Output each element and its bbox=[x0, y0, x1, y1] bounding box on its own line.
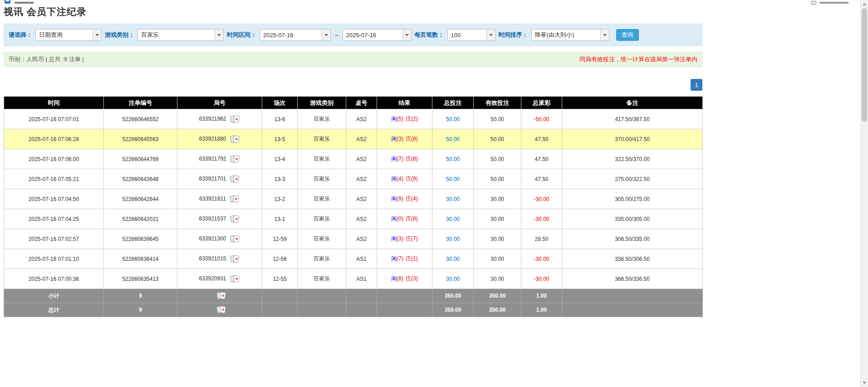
app-icon[interactable] bbox=[5, 0, 10, 4]
scroll-down-icon[interactable] bbox=[863, 382, 866, 384]
round-cell: 633921792 bbox=[177, 149, 262, 169]
payout-cell: -50.00 bbox=[521, 109, 562, 129]
banker-result-label: 庄 bbox=[406, 176, 411, 182]
result-cell: 闲(5)庄(2) bbox=[377, 109, 432, 129]
table-row: 2025-07-16 07:07:01 522660646552 6339219… bbox=[4, 109, 703, 129]
replay-cards-icon[interactable] bbox=[230, 275, 240, 283]
payout-cell: -30.00 bbox=[521, 189, 562, 209]
round-cell: 633921701 bbox=[177, 169, 262, 189]
total-row: 总计 9 350.00 350.00 1.00 bbox=[4, 303, 703, 317]
chevron-down-icon[interactable] bbox=[402, 29, 411, 40]
col-header-time: 时间 bbox=[4, 97, 104, 109]
col-header-game-type: 游戏类别 bbox=[298, 97, 346, 109]
replay-cards-icon[interactable] bbox=[230, 255, 240, 263]
date-from-select[interactable]: 2025-07-16 bbox=[260, 29, 331, 41]
scroll-up-icon[interactable] bbox=[863, 3, 866, 5]
bet-records-table: 时间 注单编号 局号 场次 游戏类别 桌号 结果 总投注 有效投注 总派彩 备注… bbox=[4, 96, 703, 317]
total-bet-cell[interactable]: 50.00 bbox=[432, 129, 474, 149]
chevron-down-icon[interactable] bbox=[600, 29, 609, 40]
table-no-cell: AS2 bbox=[346, 129, 377, 149]
page-button-1[interactable]: 1 bbox=[691, 79, 702, 91]
session-cell: 13-6 bbox=[262, 109, 298, 129]
search-button[interactable]: 查询 bbox=[616, 29, 639, 41]
summary-left-text: 币别：人民币 | 总共 :9 注单 | bbox=[9, 55, 84, 64]
game-type-cell: 百家乐 bbox=[298, 269, 346, 289]
replay-cards-icon[interactable] bbox=[230, 115, 240, 123]
player-result-points: (4) bbox=[397, 176, 403, 182]
table-no-cell: AS1 bbox=[346, 269, 377, 289]
page-size-select[interactable]: 100 bbox=[447, 29, 495, 41]
total-bet-cell[interactable]: 50.00 bbox=[432, 109, 474, 129]
player-result-label: 闲 bbox=[391, 235, 397, 242]
chevron-down-icon[interactable] bbox=[215, 29, 223, 40]
round-id: 633921792 bbox=[199, 156, 226, 162]
replay-cards-icon[interactable] bbox=[230, 175, 240, 183]
game-type-select[interactable]: 百家乐 bbox=[137, 29, 224, 41]
replay-cards-icon bbox=[216, 306, 227, 314]
banker-result-points: (8) bbox=[411, 216, 418, 222]
player-result-label: 闲 bbox=[391, 136, 397, 142]
total-bet-cell[interactable]: 30.00 bbox=[432, 209, 474, 229]
round-id: 633921015 bbox=[199, 255, 226, 262]
time-cell: 2025-07-16 07:07:01 bbox=[4, 109, 104, 129]
replay-cards-icon[interactable] bbox=[229, 195, 240, 203]
scrollbar[interactable] bbox=[860, 0, 868, 387]
chevron-down-icon[interactable] bbox=[486, 29, 495, 40]
sort-select[interactable]: 降幂(由大到小) bbox=[531, 29, 609, 41]
player-result-points: (3) bbox=[397, 136, 403, 142]
game-type-cell: 百家乐 bbox=[298, 189, 346, 209]
session-cell: 12-59 bbox=[262, 229, 298, 249]
remark-cell: 366.50/336.50 bbox=[562, 269, 703, 289]
replay-cards-icon[interactable] bbox=[230, 155, 240, 163]
date-query-select[interactable]: 日期查询 bbox=[35, 29, 102, 41]
total-bet-cell[interactable]: 30.00 bbox=[432, 269, 474, 289]
round-id: 633921537 bbox=[199, 216, 226, 222]
banker-result-points: (7) bbox=[411, 235, 418, 242]
valid-bet-cell: 30.00 bbox=[474, 229, 521, 249]
time-cell: 2025-07-16 07:06:00 bbox=[4, 149, 104, 169]
round-id: 633921962 bbox=[199, 116, 226, 122]
bet-id-cell: 522660646552 bbox=[104, 109, 177, 129]
round-id: 633920931 bbox=[199, 275, 226, 282]
chevron-down-icon[interactable] bbox=[93, 29, 101, 40]
table-row: 2025-07-16 07:04:50 522660642644 6339216… bbox=[4, 189, 703, 209]
topbar-text-fragment bbox=[819, 2, 848, 4]
table-row: 2025-07-16 07:01:10 522660636414 6339210… bbox=[4, 249, 703, 269]
banker-result-label: 庄 bbox=[406, 255, 411, 262]
total-count: 9 bbox=[104, 303, 177, 317]
player-result-label: 闲 bbox=[391, 116, 397, 122]
total-bet-cell[interactable]: 50.00 bbox=[432, 169, 474, 189]
round-cell: 633921300 bbox=[177, 229, 262, 249]
total-bet-cell[interactable]: 30.00 bbox=[432, 189, 474, 209]
total-bet-cell[interactable]: 30.00 bbox=[432, 249, 474, 269]
chevron-down-icon[interactable] bbox=[322, 29, 330, 40]
bet-id-cell: 522660635413 bbox=[104, 269, 177, 289]
scrollbar-thumb[interactable] bbox=[862, 8, 867, 122]
round-cell: 633921537 bbox=[177, 209, 262, 229]
subtotal-row: 小计 9 350.00 350.00 1.00 bbox=[4, 289, 703, 303]
col-header-valid-bet: 有效投注 bbox=[474, 97, 521, 109]
banker-result-label: 庄 bbox=[406, 136, 411, 142]
toolbar-icon[interactable] bbox=[811, 1, 816, 5]
time-cell: 2025-07-16 07:00:36 bbox=[4, 269, 104, 289]
replay-cards-icon[interactable] bbox=[230, 135, 240, 143]
date-to-select[interactable]: 2025-07-16 bbox=[343, 29, 412, 41]
round-id: 633921300 bbox=[199, 235, 226, 242]
valid-bet-cell: 30.00 bbox=[474, 209, 521, 229]
replay-cards-icon bbox=[216, 292, 227, 300]
round-id: 633921611 bbox=[199, 196, 226, 202]
player-result-points: (8) bbox=[397, 275, 403, 282]
replay-cards-icon[interactable] bbox=[230, 235, 240, 243]
total-bet-cell[interactable]: 30.00 bbox=[432, 229, 474, 249]
bet-id-cell: 522660636414 bbox=[104, 249, 177, 269]
bet-id-cell: 522660639645 bbox=[104, 229, 177, 249]
total-bet-cell[interactable]: 50.00 bbox=[432, 149, 474, 169]
payout-cell: -30.00 bbox=[521, 249, 562, 269]
session-cell: 12-55 bbox=[262, 269, 298, 289]
replay-cards-icon[interactable] bbox=[230, 215, 240, 223]
payout-cell: 47.50 bbox=[521, 129, 562, 149]
subtotal-round-cell bbox=[177, 289, 262, 303]
result-cell: 闲(9)庄(4) bbox=[377, 189, 432, 209]
summary-bar: 币别：人民币 | 总共 :9 注单 | 同局有效投注，统一计算在该局第一张注单内 bbox=[4, 52, 702, 67]
subtotal-total-bet: 350.00 bbox=[432, 289, 474, 303]
